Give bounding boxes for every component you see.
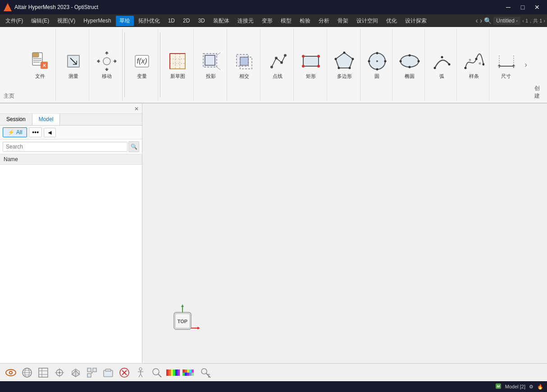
svg-rect-3	[33, 58, 41, 59]
panel-close-button[interactable]: ✕	[132, 104, 141, 113]
global-view-button[interactable]	[20, 365, 34, 380]
filter-all-button[interactable]: ⚡ ⚡ All All	[3, 127, 27, 137]
search-button[interactable]: 🔍	[128, 141, 139, 152]
menu-frame[interactable]: 骨架	[334, 16, 352, 26]
tool-move[interactable]: 移动	[93, 49, 120, 81]
tool-point-line[interactable]: 点线	[264, 49, 291, 81]
search-input[interactable]	[3, 142, 128, 152]
svg-point-41	[376, 68, 378, 70]
settings-icon[interactable]: ⚙	[529, 384, 533, 390]
tool-arc[interactable]: 弧	[428, 49, 455, 81]
crosshair-button[interactable]	[52, 365, 67, 380]
menu-2d[interactable]: 2D	[179, 16, 193, 25]
main-area: ✕ Session Model ⚡ ⚡ All All ••• ◄ 🔍 Na	[0, 104, 547, 363]
ribbon-group-measure: 测量	[58, 29, 89, 101]
status-bar: M Model [2] ⚙ 🔥	[0, 381, 547, 392]
svg-point-53	[464, 67, 466, 69]
svg-point-57	[482, 63, 484, 65]
tool-circle[interactable]: 圆	[364, 49, 391, 81]
svg-point-55	[475, 58, 477, 60]
svg-point-46	[408, 54, 410, 56]
svg-point-50	[434, 67, 436, 69]
ribbon-group-point-line: 点线	[262, 29, 294, 101]
nav-next-btn[interactable]: ›	[480, 17, 482, 25]
menu-3d[interactable]: 3D	[194, 16, 208, 25]
svg-rect-4	[33, 60, 41, 61]
tab-model[interactable]: Model	[32, 114, 60, 125]
tool-measure[interactable]: 测量	[60, 49, 87, 81]
svg-point-34	[343, 51, 346, 54]
components-button[interactable]	[101, 365, 115, 380]
svg-point-40	[376, 52, 378, 54]
visibility-icon-button[interactable]	[4, 365, 18, 380]
close-button[interactable]: ✕	[531, 2, 543, 12]
layers-button[interactable]	[36, 365, 50, 380]
delete-button[interactable]	[117, 365, 132, 380]
ribbon-group-circle: 圆	[362, 29, 393, 101]
svg-rect-80	[39, 368, 48, 377]
menu-optimize[interactable]: 优化	[383, 16, 401, 26]
tool-new-sketch[interactable]: 新草图	[164, 49, 191, 81]
menu-design-space[interactable]: 设计空间	[353, 16, 382, 26]
svg-text:Y: Y	[181, 303, 184, 304]
search-menu-icon[interactable]: 🔍	[484, 17, 492, 24]
svg-rect-115	[189, 369, 191, 373]
minimize-button[interactable]: ─	[502, 2, 515, 12]
3d-box-button[interactable]	[68, 365, 83, 380]
skeleton-button[interactable]	[133, 365, 148, 380]
svg-rect-114	[187, 373, 189, 376]
maximize-button[interactable]: □	[516, 2, 529, 12]
ribbon-separator-2	[160, 32, 160, 97]
svg-rect-107	[175, 369, 178, 376]
svg-point-38	[335, 58, 337, 60]
nav-prev-btn[interactable]: ‹	[476, 17, 478, 25]
tool-intersect[interactable]: 相交	[231, 49, 258, 81]
svg-line-102	[158, 374, 161, 377]
tool-polygon[interactable]: 多边形	[331, 49, 358, 81]
svg-rect-89	[93, 368, 96, 372]
menu-analysis[interactable]: 分析	[315, 16, 333, 26]
menu-design-explore[interactable]: 设计探索	[401, 16, 430, 26]
menu-transform[interactable]: 变形	[258, 16, 276, 26]
status-right: M Model [2] ⚙ 🔥	[495, 383, 543, 390]
menu-file[interactable]: 文件(F)	[2, 16, 27, 26]
tool-project[interactable]: 投影	[197, 49, 224, 81]
menu-hypermesh[interactable]: HyperMesh	[80, 16, 114, 25]
menu-connect[interactable]: 连接元	[234, 16, 257, 26]
key-button[interactable]	[198, 365, 213, 380]
tool-spline[interactable]: 样条	[460, 49, 488, 81]
tool-file[interactable]: ✕ 文件	[27, 49, 54, 81]
search-tools-button[interactable]	[150, 365, 164, 380]
tool-dimension[interactable]: 尺寸	[492, 49, 520, 81]
svg-marker-70	[197, 327, 200, 329]
section-label-create: 创建	[531, 29, 547, 101]
menu-topology[interactable]: 拓扑优化	[135, 16, 164, 26]
menu-edit[interactable]: 编辑(E)	[27, 16, 53, 26]
svg-rect-104	[169, 369, 171, 376]
menu-assembly[interactable]: 装配体	[210, 16, 233, 26]
svg-text:TOP: TOP	[178, 319, 187, 324]
svg-point-96	[139, 368, 142, 370]
menu-model[interactable]: 模型	[277, 16, 295, 26]
menu-check[interactable]: 检验	[296, 16, 314, 26]
filter-more-button[interactable]: •••	[29, 127, 42, 137]
menu-cao[interactable]: 草绘	[116, 16, 134, 26]
tool-rectangle[interactable]: 矩形	[297, 49, 324, 81]
transform-button[interactable]	[85, 365, 99, 380]
svg-rect-112	[182, 373, 185, 376]
tool-ellipse[interactable]: 椭圆	[396, 49, 423, 81]
svg-point-42	[368, 60, 370, 62]
ribbon-group-polygon: 多边形	[329, 29, 360, 101]
filter-nav-button[interactable]: ◄	[44, 128, 56, 137]
tab-session[interactable]: Session	[0, 114, 32, 125]
ribbon-scroll-right[interactable]: ›	[523, 29, 529, 101]
untitled-label[interactable]: Untitled -	[493, 17, 520, 25]
ribbon-content: 主页 ✕ 文	[0, 27, 547, 103]
menu-1d[interactable]: 1D	[164, 16, 178, 25]
color-palette-2-button[interactable]	[182, 365, 196, 380]
menu-view[interactable]: 视图(V)	[54, 16, 79, 26]
svg-rect-111	[187, 369, 189, 373]
tool-variable[interactable]: f(x) 变量	[128, 49, 155, 81]
search-icon: 🔍	[131, 144, 137, 150]
color-palette-1-button[interactable]	[166, 365, 180, 380]
